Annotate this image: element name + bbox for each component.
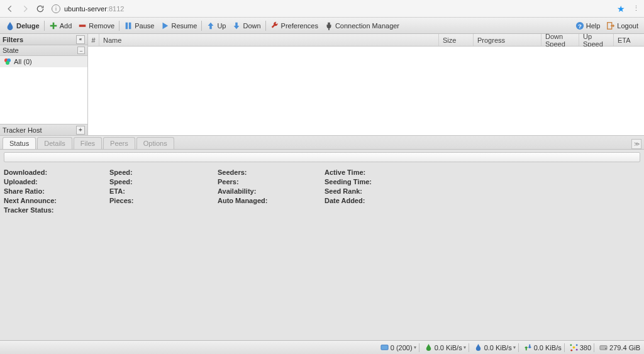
torrent-grid: # Name Size Progress Down Speed Up Speed… (88, 34, 644, 135)
sb-protocol-traffic[interactable]: 0.0 KiB/s (524, 343, 562, 351)
svg-point-8 (6, 61, 9, 65)
collapse-state-button[interactable]: – (77, 47, 85, 54)
grid-body[interactable] (88, 47, 644, 135)
col-eta[interactable]: ETA (614, 34, 644, 46)
add-button[interactable]: Add (46, 19, 75, 33)
tab-status[interactable]: Status (3, 137, 36, 149)
svg-rect-1 (126, 22, 128, 29)
col-down-speed[interactable]: Down Speed (541, 34, 579, 46)
logout-icon (606, 21, 615, 30)
col-size[interactable]: Size (439, 34, 474, 46)
sb-free-space: 279.4 GiB (599, 343, 640, 351)
label-uploaded: Uploaded: (4, 178, 109, 185)
col-up-speed[interactable]: Up Speed (579, 34, 614, 46)
details-panel: Status Details Files Peers Options ≫ Dow… (0, 135, 644, 340)
pause-button[interactable]: Pause (121, 19, 157, 33)
browser-menu-button[interactable]: ⋮ (630, 1, 641, 16)
traffic-icon (524, 343, 532, 351)
sb-connections[interactable]: 0 (200)▾ (380, 343, 416, 351)
label-availability: Availability: (218, 187, 325, 195)
expand-tracker-button[interactable]: + (76, 126, 85, 135)
filters-sidebar: Filters « State – All (0) Tracker Host + (0, 34, 88, 135)
sb-dht-nodes[interactable]: 380 (570, 343, 591, 351)
plus-icon (49, 21, 58, 30)
label-tracker-status: Tracker Status: (4, 206, 109, 214)
arrow-up-icon (206, 21, 215, 30)
svg-rect-2 (129, 22, 131, 29)
sidebar-spacer (0, 67, 87, 124)
info-icon: i (52, 4, 60, 13)
reload-button[interactable] (33, 1, 48, 16)
forward-button[interactable] (18, 1, 33, 16)
label-date-added: Date Added: (325, 197, 431, 204)
label-share-ratio: Share Ratio: (4, 187, 109, 195)
tab-peers[interactable]: Peers (103, 137, 135, 149)
url-port: :8112 (107, 5, 125, 13)
app-toolbar: Deluge Add Remove Pause Resume Up Down P… (0, 18, 644, 34)
label-eta: ETA: (109, 187, 218, 195)
col-progress[interactable]: Progress (474, 34, 541, 46)
resume-button[interactable]: Resume (157, 19, 200, 33)
app-title[interactable]: Deluge (3, 19, 43, 33)
status-bar: 0 (200)▾ 0.0 KiB/s▾ 0.0 KiB/s▾ 0.0 KiB/s… (0, 340, 644, 354)
download-drop-icon (425, 343, 433, 351)
pause-icon (124, 21, 133, 30)
label-seeders: Seeders: (218, 169, 325, 176)
logout-button[interactable]: Logout (603, 19, 641, 33)
label-speed-down: Speed: (109, 169, 218, 176)
filter-all[interactable]: All (0) (0, 56, 87, 67)
label-seed-rank: Seed Rank: (325, 187, 431, 195)
remove-button[interactable]: Remove (75, 19, 118, 33)
tab-options[interactable]: Options (136, 137, 174, 149)
svg-point-12 (575, 344, 577, 346)
label-speed-up: Speed: (109, 178, 218, 185)
torrent-progress-bar (4, 152, 640, 162)
svg-point-13 (570, 350, 572, 351)
bookmark-star-icon[interactable]: ★ (617, 4, 625, 14)
url-host: ubuntu-server (64, 5, 107, 13)
back-button[interactable] (3, 1, 18, 16)
svg-point-11 (570, 344, 572, 346)
progress-row (0, 150, 644, 165)
tab-collapse-button[interactable]: ≫ (631, 139, 641, 149)
label-pieces: Pieces: (109, 197, 218, 204)
tab-details[interactable]: Details (37, 137, 72, 149)
label-downloaded: Downloaded: (4, 169, 109, 176)
preferences-button[interactable]: Preferences (267, 19, 321, 33)
label-next-announce: Next Announce: (4, 197, 109, 204)
wrench-icon (270, 21, 279, 30)
connections-icon (380, 343, 389, 351)
col-num[interactable]: # (88, 34, 99, 46)
svg-point-14 (575, 349, 577, 351)
down-button[interactable]: Down (229, 19, 264, 33)
filters-header: Filters « (0, 34, 87, 45)
sb-upload-speed[interactable]: 0.0 KiB/s▾ (474, 343, 516, 351)
svg-rect-0 (79, 25, 86, 27)
minus-icon (78, 21, 87, 30)
all-filter-icon (4, 58, 11, 65)
disk-icon (599, 343, 608, 351)
tracker-host-header[interactable]: Tracker Host + (0, 124, 87, 135)
connection-manager-button[interactable]: Connection Manager (321, 19, 402, 33)
up-button[interactable]: Up (203, 19, 229, 33)
address-bar[interactable]: i ubuntu-server:8112 (52, 4, 617, 13)
help-icon: ? (575, 21, 584, 30)
main-area: Filters « State – All (0) Tracker Host +… (0, 34, 644, 135)
status-grid: Downloaded: Uploaded: Share Ratio: Next … (0, 165, 644, 218)
collapse-sidebar-button[interactable]: « (76, 35, 85, 44)
play-icon (160, 21, 169, 30)
arrow-down-icon (232, 21, 241, 30)
help-button[interactable]: ?Help (572, 19, 604, 33)
dht-icon (570, 343, 578, 351)
state-section-header[interactable]: State – (0, 45, 87, 56)
label-active-time: Active Time: (325, 169, 431, 176)
svg-point-10 (572, 346, 575, 349)
col-name[interactable]: Name (99, 34, 439, 46)
label-auto-managed: Auto Managed: (218, 197, 325, 204)
deluge-icon (6, 21, 14, 30)
plug-icon (325, 21, 333, 30)
svg-point-16 (605, 348, 606, 349)
tab-files[interactable]: Files (74, 137, 102, 149)
sb-download-speed[interactable]: 0.0 KiB/s▾ (425, 343, 466, 351)
details-tabs: Status Details Files Peers Options ≫ (0, 136, 644, 150)
